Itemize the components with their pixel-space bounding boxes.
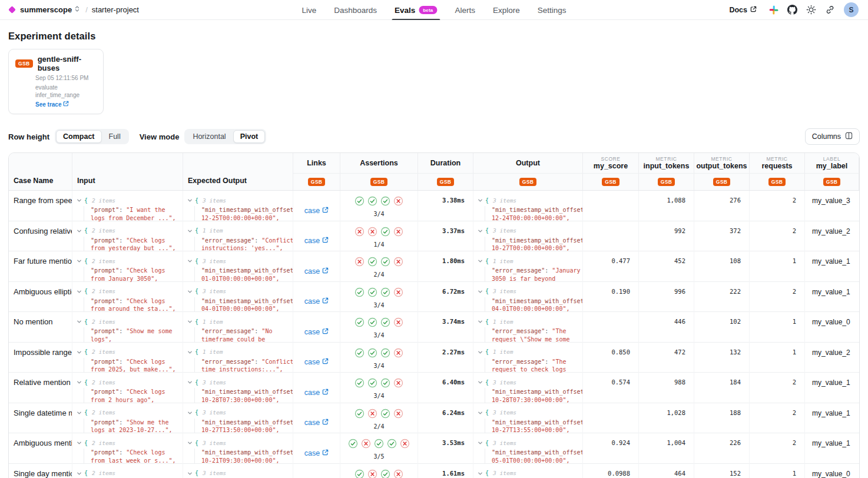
json-key: "min_timestamp_with_offset" [201,267,293,274]
requests-cell: 2 [750,433,805,464]
segment-horizontal[interactable]: Horizontal [185,130,233,143]
case-trace-link[interactable]: case [301,413,332,434]
collapse-toggle-icon[interactable] [187,468,193,478]
case-name-cell: Single datetime m... [9,403,72,434]
share-link-icon[interactable] [825,5,835,15]
collapse-toggle-icon[interactable] [77,437,82,448]
segment-full[interactable]: Full [102,130,128,143]
case-trace-link[interactable]: case [301,231,332,252]
my-label-cell: my_value_0 [805,312,859,343]
org-switcher[interactable]: summerscope [19,5,81,14]
assertion-icons [348,439,410,451]
github-icon[interactable] [787,5,797,15]
collapse-toggle-icon[interactable] [478,347,483,357]
json-open-brace: { [195,440,198,446]
collapse-toggle-icon[interactable] [187,377,193,387]
collapse-toggle-icon[interactable] [478,225,483,236]
case-trace-link[interactable]: case [301,352,332,373]
experiment-card: GSB gentle-sniff-buses Sep 05 12:11:56 P… [8,49,104,114]
collapse-toggle-icon[interactable] [187,407,193,418]
case-trace-link[interactable]: case [301,321,332,343]
collapse-toggle-icon[interactable] [77,468,82,478]
nav-item-explore[interactable]: Explore [486,0,526,20]
json-open-brace: { [195,379,198,386]
collapse-toggle-icon[interactable] [77,286,82,297]
assertions-cell: 2/4 [340,464,418,478]
collapse-toggle-icon[interactable] [77,347,82,357]
json-key: "error_message" [201,358,254,365]
collapse-toggle-icon[interactable] [187,195,193,205]
my-label-cell: my_value_0 [805,464,859,478]
collapse-toggle-icon[interactable] [187,347,193,357]
input-tokens-cell: 446 [639,312,694,343]
nav-item-evals[interactable]: Evalsbeta [388,0,444,20]
expected-output-cell: {3 items"min_timestamp_with_offset"05-08… [183,464,293,478]
json-key: "min_timestamp_with_offset" [201,419,293,426]
assertion-pass-icon [367,287,377,300]
nav-item-alerts[interactable]: Alerts [449,0,482,20]
collapse-toggle-icon[interactable] [187,316,193,327]
see-trace-link[interactable]: See trace [35,101,69,108]
json-open-brace: { [195,227,198,234]
slack-icon[interactable] [769,5,778,15]
json-value: 05-01T00:00:00+00:00", [492,457,569,464]
json-value: "Check logs [126,237,165,244]
collapse-toggle-icon[interactable] [77,225,82,236]
external-link-icon [322,207,329,215]
avatar[interactable]: S [844,2,859,17]
segment-compact[interactable]: Compact [56,130,101,143]
theme-toggle-icon[interactable] [806,5,816,15]
json-preview-head: {2 items [77,468,180,478]
case-trace-link[interactable]: case [301,200,332,221]
segment-pivot[interactable]: Pivot [233,130,266,143]
see-trace-label: See trace [35,101,61,108]
column-header-assertions: Assertions [340,153,418,173]
json-preview-body: "min_timestamp_with_offset"05-01T00:00:0… [485,449,580,464]
assertions-cell: 3/4 [340,373,418,403]
input-tokens-cell: 464 [639,464,694,478]
collapse-toggle-icon[interactable] [187,437,193,448]
case-trace-link[interactable]: case [301,443,332,464]
json-value: 04-01T00:00:00+00:00", [492,306,569,312]
collapse-toggle-icon[interactable] [77,255,82,266]
duration-cell: 1.80ms [418,251,473,282]
nav-item-live[interactable]: Live [295,0,323,20]
collapse-toggle-icon[interactable] [187,225,193,236]
collapse-toggle-icon[interactable] [478,286,483,297]
collapse-toggle-icon[interactable] [77,195,82,205]
case-trace-link[interactable]: case [301,261,332,282]
json-key: "prompt" [91,358,119,365]
my-label-cell: my_value_2 [805,343,859,373]
json-colon: : [254,328,261,334]
column-run-badge-cell: GSB [473,173,583,190]
collapse-toggle-icon[interactable] [77,316,82,327]
collapse-toggle-icon[interactable] [478,437,483,448]
run-badge: GSB [519,178,537,187]
case-trace-link[interactable]: case [301,473,332,478]
collapse-toggle-icon[interactable] [187,255,193,266]
collapse-toggle-icon[interactable] [478,316,483,327]
collapse-toggle-icon[interactable] [187,286,193,297]
collapse-toggle-icon[interactable] [478,468,483,478]
case-trace-link[interactable]: case [301,291,332,313]
json-value: "The [552,358,566,365]
case-trace-link[interactable]: case [301,382,332,403]
collapse-toggle-icon[interactable] [77,377,82,387]
output-tokens-cell: 132 [694,343,750,373]
docs-link[interactable]: Docs [725,5,760,15]
collapse-toggle-icon[interactable] [478,255,483,266]
collapse-toggle-icon[interactable] [478,195,483,205]
external-link-icon [322,389,329,397]
nav-item-dashboards[interactable]: Dashboards [327,0,383,20]
project-name[interactable]: starter-project [92,5,139,14]
json-open-brace: { [195,258,198,264]
collapse-toggle-icon[interactable] [478,407,483,418]
column-name: my_score [594,162,628,170]
nav-item-settings[interactable]: Settings [531,0,573,20]
nav-item-label: Dashboards [334,6,377,15]
columns-button[interactable]: Columns [805,128,860,145]
collapse-toggle-icon[interactable] [478,377,483,387]
expected-output-cell: {3 items"min_timestamp_with_offset"10-28… [183,373,293,403]
column-header-expected-output: Expected Output [183,153,293,190]
collapse-toggle-icon[interactable] [77,407,82,418]
